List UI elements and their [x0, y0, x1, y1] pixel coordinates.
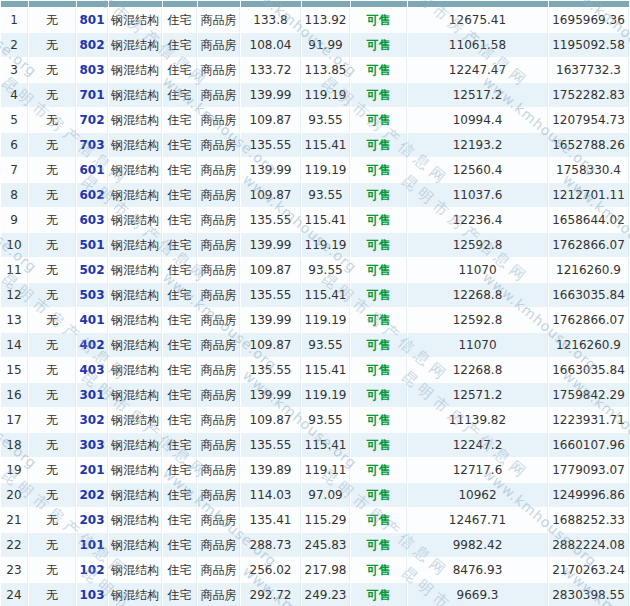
cell-unit-price: 10962 [408, 483, 548, 507]
cell-total-price: 1660107.96 [549, 433, 629, 457]
cell-limit: 无 [29, 83, 76, 107]
cell-area-inner: 113.85 [302, 58, 350, 82]
cell-area-inner: 119.19 [302, 83, 350, 107]
cell-use: 住宅 [163, 58, 197, 82]
header-cell [198, 1, 240, 7]
cell-row-number: 24 [1, 583, 28, 606]
cell-type: 商品房 [198, 383, 240, 407]
cell-structure: 钢混结构 [109, 283, 162, 307]
cell-type: 商品房 [198, 458, 240, 482]
room-link[interactable]: 503 [79, 288, 104, 302]
cell-total-price: 1779093.07 [549, 458, 629, 482]
cell-area-built: 109.87 [241, 258, 301, 282]
room-link[interactable]: 703 [79, 138, 104, 152]
cell-status: 可售 [351, 433, 407, 457]
room-link[interactable]: 601 [79, 163, 104, 177]
room-link[interactable]: 502 [79, 263, 104, 277]
cell-unit-price: 12560.4 [408, 158, 548, 182]
cell-limit: 无 [29, 458, 76, 482]
cell-unit-price: 11070 [408, 258, 548, 282]
status-label: 可售 [367, 313, 391, 327]
cell-limit: 无 [29, 183, 76, 207]
cell-use: 住宅 [163, 308, 197, 332]
header-cell [109, 1, 162, 7]
cell-type: 商品房 [198, 333, 240, 357]
table-row: 7无601钢混结构住宅商品房139.99119.19可售12560.417583… [1, 158, 629, 182]
cell-row-number: 9 [1, 208, 28, 232]
cell-area-inner: 119.19 [302, 308, 350, 332]
room-link[interactable]: 501 [79, 238, 104, 252]
cell-area-inner: 115.41 [302, 358, 350, 382]
status-label: 可售 [367, 363, 391, 377]
cell-unit-price: 11070 [408, 333, 548, 357]
room-link[interactable]: 203 [79, 513, 104, 527]
room-link[interactable]: 801 [79, 13, 104, 27]
cell-limit: 无 [29, 433, 76, 457]
cell-area-inner: 113.92 [302, 8, 350, 32]
cell-unit-price: 12517.2 [408, 83, 548, 107]
cell-area-built: 288.73 [241, 533, 301, 557]
cell-unit-price: 12193.2 [408, 133, 548, 157]
room-link[interactable]: 401 [79, 313, 104, 327]
cell-area-inner: 93.55 [302, 258, 350, 282]
cell-limit: 无 [29, 108, 76, 132]
cell-status: 可售 [351, 158, 407, 182]
room-link[interactable]: 602 [79, 188, 104, 202]
room-link[interactable]: 301 [79, 388, 104, 402]
cell-area-built: 135.55 [241, 283, 301, 307]
cell-structure: 钢混结构 [109, 83, 162, 107]
room-link[interactable]: 103 [79, 588, 104, 602]
room-link[interactable]: 702 [79, 113, 104, 127]
cell-type: 商品房 [198, 33, 240, 57]
room-link[interactable]: 403 [79, 363, 104, 377]
cell-limit: 无 [29, 358, 76, 382]
cell-row-number: 12 [1, 283, 28, 307]
header-cell [163, 1, 197, 7]
room-link[interactable]: 202 [79, 488, 104, 502]
room-link[interactable]: 402 [79, 338, 104, 352]
room-link[interactable]: 803 [79, 63, 104, 77]
cell-type: 商品房 [198, 308, 240, 332]
table-row: 8无602钢混结构住宅商品房109.8793.55可售11037.6121270… [1, 183, 629, 207]
cell-room: 103 [77, 583, 108, 606]
cell-type: 商品房 [198, 433, 240, 457]
cell-room: 202 [77, 483, 108, 507]
room-link[interactable]: 201 [79, 463, 104, 477]
table-row: 3无803钢混结构住宅商品房133.72113.85可售12247.471637… [1, 58, 629, 82]
cell-area-built: 135.55 [241, 433, 301, 457]
room-link[interactable]: 102 [79, 563, 104, 577]
cell-area-built: 256.02 [241, 558, 301, 582]
cell-status: 可售 [351, 308, 407, 332]
header-cell [408, 1, 548, 7]
cell-unit-price: 11061.58 [408, 33, 548, 57]
room-link[interactable]: 101 [79, 538, 104, 552]
room-link[interactable]: 303 [79, 438, 104, 452]
room-link[interactable]: 802 [79, 38, 104, 52]
cell-row-number: 15 [1, 358, 28, 382]
cell-area-built: 139.99 [241, 383, 301, 407]
cell-unit-price: 9982.42 [408, 533, 548, 557]
cell-room: 101 [77, 533, 108, 557]
room-link[interactable]: 302 [79, 413, 104, 427]
cell-room: 402 [77, 333, 108, 357]
table-row: 19无201钢混结构住宅商品房139.89119.11可售12717.61779… [1, 458, 629, 482]
cell-use: 住宅 [163, 533, 197, 557]
status-label: 可售 [367, 213, 391, 227]
cell-area-inner: 93.55 [302, 408, 350, 432]
room-link[interactable]: 603 [79, 213, 104, 227]
cell-structure: 钢混结构 [109, 133, 162, 157]
room-link[interactable]: 701 [79, 88, 104, 102]
cell-structure: 钢混结构 [109, 108, 162, 132]
cell-structure: 钢混结构 [109, 8, 162, 32]
cell-row-number: 22 [1, 533, 28, 557]
cell-room: 801 [77, 8, 108, 32]
cell-unit-price: 12247.2 [408, 433, 548, 457]
cell-row-number: 18 [1, 433, 28, 457]
cell-use: 住宅 [163, 508, 197, 532]
cell-use: 住宅 [163, 33, 197, 57]
table-row: 11无502钢混结构住宅商品房109.8793.55可售110701216260… [1, 258, 629, 282]
cell-status: 可售 [351, 283, 407, 307]
cell-limit: 无 [29, 258, 76, 282]
cell-total-price: 2170263.24 [549, 558, 629, 582]
cell-area-built: 139.99 [241, 308, 301, 332]
